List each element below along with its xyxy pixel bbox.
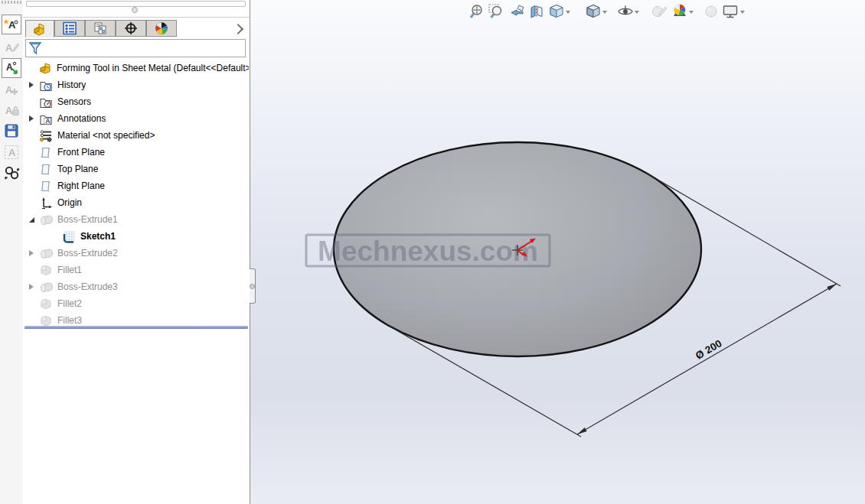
note-dashed-button: A [2, 142, 21, 162]
part-icon [38, 61, 54, 75]
featuremanager-panel: Forming Tool in Sheet Metal (Default<<De… [23, 0, 250, 504]
tree-filter[interactable] [25, 39, 246, 57]
manager-tab-bar [23, 19, 250, 37]
propertymanager-icon [62, 21, 77, 35]
part-title-row[interactable]: Forming Tool in Sheet Metal (Default<<De… [23, 60, 249, 76]
graphics-viewport[interactable]: Mechnexus.com Ø 200 [250, 0, 865, 504]
expand-arrow-icon[interactable] [29, 82, 38, 88]
watermark: Mechnexus.com [306, 235, 550, 267]
tree-item-label: Boss-Extrude2 [57, 248, 118, 259]
tab-dimxpertmanager[interactable] [116, 20, 146, 37]
note-lock-icon: A [3, 102, 20, 119]
panel-collapsed-toolbar[interactable] [26, 1, 246, 7]
note-add-button: A [2, 80, 21, 99]
expand-arrow-icon[interactable] [29, 115, 38, 122]
note-add-icon: A [3, 81, 20, 98]
tree-item-label: Annotations [57, 113, 106, 124]
svg-text:A: A [5, 105, 13, 116]
tab-featuremanager[interactable] [25, 20, 54, 37]
tree-item-label: Fillet2 [57, 298, 82, 309]
tree-item-boss-extrude1[interactable]: Boss-Extrude1 [23, 211, 249, 228]
tree-item-material[interactable]: Material <not specified> [23, 127, 249, 144]
tree-item-sketch1[interactable]: Sketch1 [23, 228, 249, 245]
boss-extrude-icon [38, 280, 54, 294]
tree-item-fillet2[interactable]: Fillet2 [23, 295, 249, 312]
link-update-icon [3, 164, 20, 181]
tree-item-fillet1[interactable]: Fillet1 [23, 262, 249, 278]
svg-text:A: A [8, 147, 16, 158]
tree-item-label: History [57, 80, 86, 90]
note-new-button[interactable]: A [2, 15, 21, 34]
model-scene[interactable]: Mechnexus.com Ø 200 [250, 0, 865, 504]
displaymanager-icon [154, 21, 169, 35]
tree-item-top-plane[interactable]: Top Plane [23, 161, 249, 177]
splitter-dot [250, 284, 255, 289]
expand-arrow-icon[interactable] [29, 284, 38, 290]
tree-item-label: Front Plane [57, 147, 105, 158]
feature-tree: Forming Tool in Sheet Metal (Default<<De… [23, 60, 249, 329]
note-insert-icon: A [3, 60, 20, 76]
note-edit-icon: A [3, 39, 20, 56]
tree-item-boss-extrude2[interactable]: Boss-Extrude2 [23, 245, 249, 262]
fillet-icon [38, 263, 54, 277]
material-icon [38, 128, 54, 142]
tree-item-label: Boss-Extrude3 [57, 281, 118, 292]
tree-item-boss-extrude3[interactable]: Boss-Extrude3 [23, 278, 249, 295]
dimxpertmanager-icon [123, 21, 139, 35]
note-edit-button: A [2, 37, 21, 57]
tree-item-history[interactable]: History [23, 76, 249, 93]
sensors-folder-icon [38, 95, 54, 109]
save-icon [3, 122, 20, 139]
rollback-bar[interactable] [24, 326, 248, 329]
note-dashed-icon: A [3, 144, 20, 161]
tree-item-label: Boss-Extrude1 [57, 214, 118, 225]
panel-splitter[interactable] [250, 268, 256, 304]
part-title: Forming Tool in Sheet Metal (Default<<De… [57, 63, 249, 73]
tab-propertymanager[interactable] [54, 20, 85, 37]
configurationmanager-icon [93, 21, 108, 35]
link-update-button[interactable] [2, 163, 21, 183]
tab-configurationmanager[interactable] [85, 20, 116, 37]
panel-resize-handle[interactable] [132, 7, 138, 13]
annotations-folder-icon: A [38, 112, 54, 125]
boss-extrude-icon [38, 213, 54, 226]
tree-item-right-plane[interactable]: Right Plane [23, 177, 249, 194]
note-lock-button: A [2, 100, 21, 120]
tree-item-label: Sketch1 [80, 231, 116, 242]
save-button[interactable] [2, 121, 21, 141]
history-folder-icon [38, 78, 54, 92]
collapse-arrow-icon[interactable] [29, 217, 38, 223]
note-new-icon: A [3, 16, 20, 33]
arrowhead-icon [827, 284, 837, 291]
plane-icon [38, 179, 54, 193]
tree-item-label: Fillet3 [57, 315, 82, 326]
sketch-icon [61, 229, 77, 243]
toolbar-grip-handle[interactable] [2, 1, 21, 4]
tree-item-origin[interactable]: Origin [23, 194, 249, 211]
tree-item-label: Material <not specified> [57, 130, 155, 141]
annotation-macro-toolbar: A A A A A [0, 0, 24, 504]
tree-item-front-plane[interactable]: Front Plane [23, 144, 249, 161]
svg-text:A: A [5, 42, 13, 54]
expand-arrow-icon[interactable] [29, 250, 38, 256]
filter-funnel-icon [26, 40, 46, 57]
svg-text:A: A [45, 117, 50, 125]
tree-item-sensors[interactable]: Sensors [23, 93, 249, 110]
svg-text:A: A [5, 84, 13, 96]
note-insert-button[interactable]: A [2, 58, 21, 78]
boss-extrude-icon [38, 246, 54, 260]
tab-overflow-chevron-icon[interactable] [233, 24, 243, 34]
tree-item-label: Sensors [57, 96, 91, 107]
plane-icon [38, 145, 54, 159]
tree-item-annotations[interactable]: A Annotations [23, 110, 249, 127]
fillet-icon [38, 297, 54, 311]
watermark-text: Mechnexus.com [318, 236, 538, 267]
panel-divider [23, 17, 250, 18]
origin-icon [38, 196, 54, 210]
svg-text:A: A [6, 62, 13, 73]
tree-filter-input[interactable] [46, 39, 245, 57]
tree-item-label: Fillet1 [57, 265, 82, 275]
tab-displaymanager[interactable] [146, 20, 177, 37]
tree-item-label: Origin [57, 197, 82, 208]
part-icon [32, 22, 47, 36]
